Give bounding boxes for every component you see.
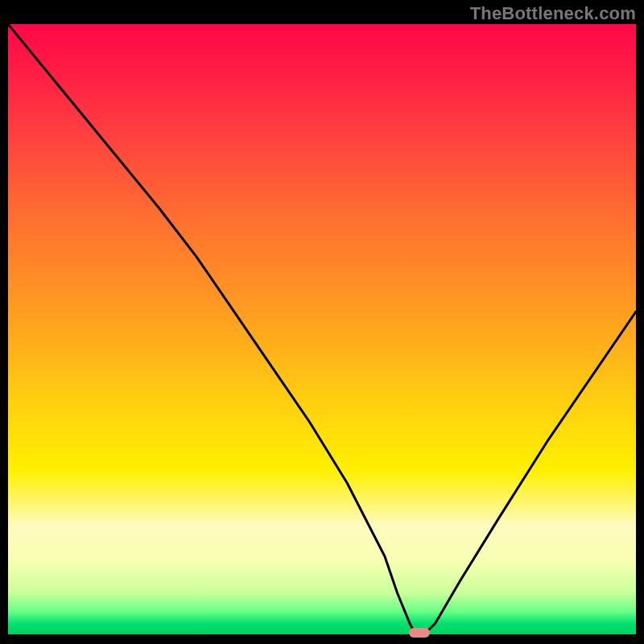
optimal-point-marker	[409, 628, 430, 638]
x-axis-baseline	[8, 634, 636, 636]
watermark-text: TheBottleneck.com	[470, 3, 636, 24]
chart-stage: TheBottleneck.com	[0, 0, 644, 644]
bottleneck-curve	[8, 24, 636, 636]
plot-area	[8, 24, 636, 636]
